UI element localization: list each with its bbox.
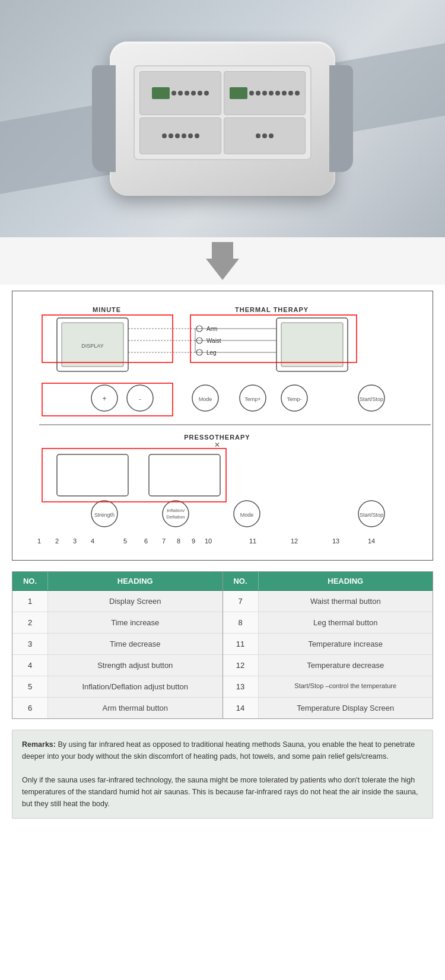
panel-section-2 xyxy=(224,71,306,115)
minute-label: MINUTE xyxy=(93,306,121,313)
panel-dot xyxy=(175,133,180,138)
row-number: 7 xyxy=(223,591,259,612)
row-desc: Temperature increase xyxy=(259,634,433,654)
panel-dot xyxy=(262,91,267,96)
row-number: 4 xyxy=(12,655,48,676)
leg-label: Leg xyxy=(206,349,217,356)
panel-dot xyxy=(295,91,300,96)
row-number: 3 xyxy=(12,634,48,654)
device-side-left xyxy=(92,65,116,172)
svg-text:✕: ✕ xyxy=(214,441,220,449)
svg-text:6: 6 xyxy=(144,537,148,545)
row-desc: Temperature decrease xyxy=(259,655,433,676)
svg-text:Start/Stop: Start/Stop xyxy=(360,512,383,518)
table-row: 8 Leg thermal button xyxy=(223,612,433,634)
panel-dot xyxy=(191,91,196,96)
panel-dot xyxy=(188,133,193,138)
row-desc: Display Screen xyxy=(48,591,223,612)
svg-text:7: 7 xyxy=(162,537,166,545)
table-row: 7 Waist thermal button xyxy=(223,591,433,612)
svg-text:4: 4 xyxy=(91,537,94,545)
row-desc: Start/Stop –control the temperature xyxy=(259,676,433,697)
table-area: NO. HEADING 1 Display Screen 2 Time incr… xyxy=(0,567,445,724)
row-number: 6 xyxy=(12,698,48,718)
svg-rect-29 xyxy=(57,454,128,496)
table-left-half: NO. HEADING 1 Display Screen 2 Time incr… xyxy=(12,572,223,718)
row-number: 8 xyxy=(223,612,259,633)
panel-dot xyxy=(288,91,293,96)
panel-dot xyxy=(178,91,183,96)
thermal-label: THERMAL THERAPY xyxy=(235,306,309,313)
row-number: 1 xyxy=(12,591,48,612)
row-desc: Strength adjust button xyxy=(48,655,223,676)
panel-dot xyxy=(169,133,173,138)
device-side-right xyxy=(329,65,353,172)
arrow-section xyxy=(0,237,445,285)
remarks-box: Remarks: By using far infrared heat as o… xyxy=(12,730,433,819)
panel-screen-2 xyxy=(230,87,247,99)
diagram-area: MINUTE THERMAL THERAPY DISPLAY Arm Waist… xyxy=(0,285,445,567)
panel-dot xyxy=(162,133,167,138)
table-row: 6 Arm thermal button xyxy=(12,698,223,718)
panel-dot xyxy=(198,91,202,96)
svg-text:10: 10 xyxy=(205,537,212,545)
row-number: 14 xyxy=(223,698,259,718)
right-heading-header: HEADING xyxy=(259,572,433,590)
table-right-header: NO. HEADING xyxy=(223,572,433,591)
table-left-header: NO. HEADING xyxy=(12,572,223,591)
remarks-area: Remarks: By using far infrared heat as o… xyxy=(0,724,445,831)
row-number: 12 xyxy=(223,655,259,676)
waist-label: Waist xyxy=(206,338,221,344)
left-heading-header: HEADING xyxy=(48,572,223,590)
svg-rect-30 xyxy=(149,454,220,496)
device-panel xyxy=(134,65,312,160)
row-number: 11 xyxy=(223,634,259,654)
row-desc: Waist thermal button xyxy=(259,591,433,612)
svg-rect-4 xyxy=(281,323,343,367)
svg-text:Mode: Mode xyxy=(240,512,254,518)
panel-dot xyxy=(269,91,274,96)
table-row: 2 Time increase xyxy=(12,612,223,634)
panel-dot xyxy=(182,133,186,138)
svg-text:2: 2 xyxy=(55,537,59,545)
row-desc: Inflation/Deflation adjust button xyxy=(48,676,223,697)
panel-dot xyxy=(195,133,199,138)
svg-text:13: 13 xyxy=(332,537,339,545)
panel-dot xyxy=(256,133,260,138)
table-row: 4 Strength adjust button xyxy=(12,655,223,676)
panel-dot xyxy=(282,91,287,96)
svg-text:12: 12 xyxy=(291,537,298,545)
row-desc: Temperature Display Screen xyxy=(259,698,433,718)
left-no-header: NO. xyxy=(12,572,48,590)
table-right-half: NO. HEADING 7 Waist thermal button 8 Leg… xyxy=(223,572,433,718)
device-body xyxy=(110,42,335,196)
diagram-svg: MINUTE THERMAL THERAPY DISPLAY Arm Waist… xyxy=(21,300,443,549)
diagram-container: MINUTE THERMAL THERAPY DISPLAY Arm Waist… xyxy=(12,291,433,561)
svg-text:Strength: Strength xyxy=(94,512,115,518)
row-number: 2 xyxy=(12,612,48,633)
panel-dot xyxy=(275,91,280,96)
panel-dot xyxy=(249,91,254,96)
panel-dot xyxy=(171,91,176,96)
panel-dot xyxy=(262,133,267,138)
svg-text:14: 14 xyxy=(368,537,375,545)
svg-text:8: 8 xyxy=(177,537,180,545)
remarks-text: Remarks: By using far infrared heat as o… xyxy=(22,739,423,810)
panel-section-4 xyxy=(224,117,306,154)
row-number: 5 xyxy=(12,676,48,697)
product-image-section xyxy=(0,0,445,237)
remarks-content: By using far infrared heat as opposed to… xyxy=(22,740,418,808)
table-row: 5 Inflation/Deflation adjust button xyxy=(12,676,223,698)
row-desc: Time increase xyxy=(48,612,223,633)
svg-text:-: - xyxy=(139,395,141,402)
table-row: 14 Temperature Display Screen xyxy=(223,698,433,718)
svg-text:Deflation: Deflation xyxy=(166,514,185,520)
arm-label: Arm xyxy=(206,326,217,332)
svg-text:9: 9 xyxy=(192,537,195,545)
panel-dot xyxy=(185,91,189,96)
row-desc: Leg thermal button xyxy=(259,612,433,633)
svg-text:5: 5 xyxy=(123,537,127,545)
table-row: 1 Display Screen xyxy=(12,591,223,612)
svg-text:3: 3 xyxy=(73,537,77,545)
pressotherapy-label: PRESSOTHERAPY xyxy=(184,434,250,441)
